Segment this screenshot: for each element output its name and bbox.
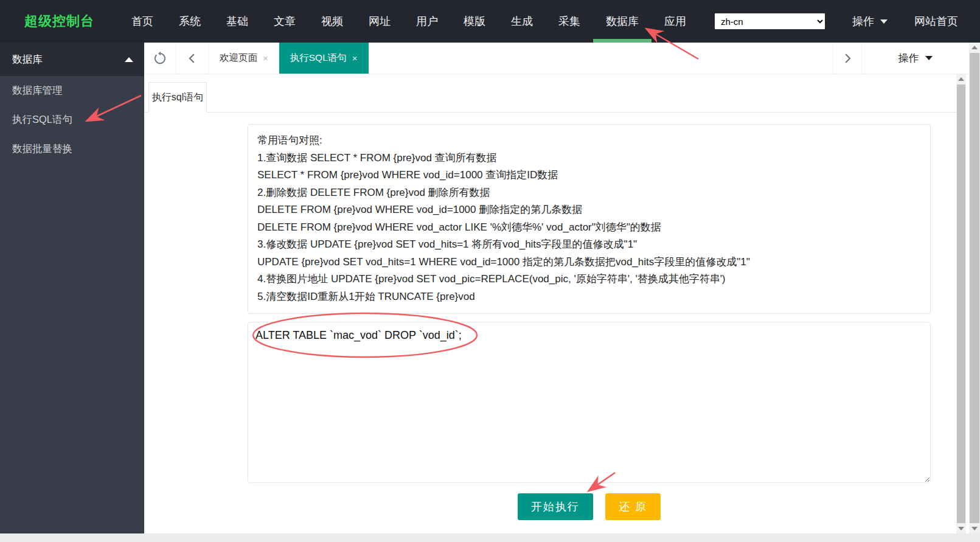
nav-item-system[interactable]: 系统 xyxy=(166,0,214,43)
help-line: 5.清空数据ID重新从1开始 TRUNCATE {pre}vod xyxy=(257,288,921,306)
nav-item-home[interactable]: 首页 xyxy=(119,0,166,43)
refresh-button[interactable] xyxy=(144,43,176,74)
sidebar-group-database[interactable]: 数据库 xyxy=(0,43,144,76)
inner-tab-divider xyxy=(144,112,956,113)
chevron-down-icon xyxy=(880,19,888,24)
scroll-down-icon[interactable] xyxy=(969,524,980,533)
help-line: 1.查询数据 SELECT * FROM {pre}vod 查询所有数据 xyxy=(257,150,921,167)
inner-scrollbar-thumb[interactable] xyxy=(957,85,965,523)
header-action-label: 操作 xyxy=(852,14,874,29)
outer-scrollbar-thumb[interactable] xyxy=(970,53,979,523)
help-line: DELETE FROM {pre}vod WHERE vod_actor LIK… xyxy=(257,219,921,237)
help-line: 4.替换图片地址 UPDATE {pre}vod SET vod_pic=REP… xyxy=(257,271,921,288)
horizontal-scrollbar[interactable] xyxy=(0,533,980,542)
nav-item-website[interactable]: 网址 xyxy=(356,0,403,43)
tab-action-dropdown[interactable]: 操作 xyxy=(861,43,968,74)
top-nav: 首页 系统 基础 文章 视频 网址 用户 模版 生成 采集 数据库 应用 xyxy=(119,0,699,43)
tab-label: 欢迎页面 xyxy=(220,52,257,64)
chevron-right-icon xyxy=(841,52,854,65)
language-select[interactable]: zh-cn xyxy=(714,13,825,30)
next-tab-button[interactable] xyxy=(833,43,861,74)
sidebar-item-execute-sql[interactable]: 执行SQL语句 xyxy=(0,105,144,134)
nav-item-template[interactable]: 模版 xyxy=(451,0,498,43)
main-content: 执行sql语句 常用语句对照: 1.查询数据 SELECT * FROM {pr… xyxy=(144,74,956,533)
help-line: DELETE FROM {pre}vod WHERE vod_id=1000 删… xyxy=(257,201,921,219)
inner-tab-execute-sql[interactable]: 执行sql语句 xyxy=(148,82,207,113)
scroll-down-icon[interactable] xyxy=(956,524,966,533)
toolbar-spacer xyxy=(369,43,833,74)
button-row: 开始执行 还 原 xyxy=(248,493,931,520)
sidebar: 数据库 数据库管理 执行SQL语句 数据批量替换 xyxy=(0,43,144,533)
tab-action-label: 操作 xyxy=(898,51,919,65)
nav-item-generate[interactable]: 生成 xyxy=(498,0,546,43)
sidebar-item-batch-replace[interactable]: 数据批量替换 xyxy=(0,134,144,164)
collapse-up-icon xyxy=(125,57,133,62)
sidebar-item-database-manage[interactable]: 数据库管理 xyxy=(0,76,144,105)
help-line: SELECT * FROM {pre}vod WHERE vod_id=1000… xyxy=(257,167,921,184)
nav-item-collect[interactable]: 采集 xyxy=(546,0,593,43)
chevron-left-icon xyxy=(186,52,199,65)
nav-item-article[interactable]: 文章 xyxy=(261,0,308,43)
help-line: 2.删除数据 DELETE FROM {pre}vod 删除所有数据 xyxy=(257,184,921,202)
execute-button[interactable]: 开始执行 xyxy=(518,493,593,520)
header-action-dropdown[interactable]: 操作 xyxy=(852,14,888,29)
chevron-down-icon xyxy=(925,56,933,60)
header-right: zh-cn 操作 网站首页 xyxy=(714,0,980,43)
outer-scrollbar[interactable] xyxy=(969,43,980,533)
refresh-icon xyxy=(152,50,168,66)
site-home-link[interactable]: 网站首页 xyxy=(914,14,958,29)
app-logo: 超级控制台 xyxy=(0,0,119,43)
sql-help-box: 常用语句对照: 1.查询数据 SELECT * FROM {pre}vod 查询… xyxy=(248,124,931,314)
sidebar-group-label: 数据库 xyxy=(12,53,43,66)
scroll-up-icon[interactable] xyxy=(956,74,966,84)
tab-welcome[interactable]: 欢迎页面 × xyxy=(209,43,279,74)
open-tabs: 欢迎页面 × 执行SQL语句 × xyxy=(209,43,369,74)
prev-tab-button[interactable] xyxy=(176,43,209,74)
nav-item-user[interactable]: 用户 xyxy=(403,0,451,43)
tab-execute-sql[interactable]: 执行SQL语句 × xyxy=(279,43,369,74)
tab-label: 执行SQL语句 xyxy=(290,52,347,64)
sql-input[interactable]: ALTER TABLE `mac_vod` DROP `vod_id`; xyxy=(248,322,931,483)
close-icon[interactable]: × xyxy=(352,54,358,63)
help-line: UPDATE {pre}vod SET vod_hits=1 WHERE vod… xyxy=(257,254,921,271)
tab-toolbar: 欢迎页面 × 执行SQL语句 × 操作 xyxy=(144,43,968,74)
nav-item-database[interactable]: 数据库 xyxy=(593,0,652,43)
nav-item-app[interactable]: 应用 xyxy=(652,0,699,43)
restore-button[interactable]: 还 原 xyxy=(605,493,661,520)
inner-scrollbar[interactable] xyxy=(956,74,966,533)
nav-item-video[interactable]: 视频 xyxy=(308,0,356,43)
close-icon[interactable]: × xyxy=(263,54,268,63)
help-line: 3.修改数据 UPDATE {pre}vod SET vod_hits=1 将所… xyxy=(257,236,921,254)
top-header: 超级控制台 首页 系统 基础 文章 视频 网址 用户 模版 生成 采集 数据库 … xyxy=(0,0,980,43)
nav-item-basic[interactable]: 基础 xyxy=(214,0,261,43)
scroll-up-icon[interactable] xyxy=(969,43,980,52)
help-line: 常用语句对照: xyxy=(257,132,921,150)
